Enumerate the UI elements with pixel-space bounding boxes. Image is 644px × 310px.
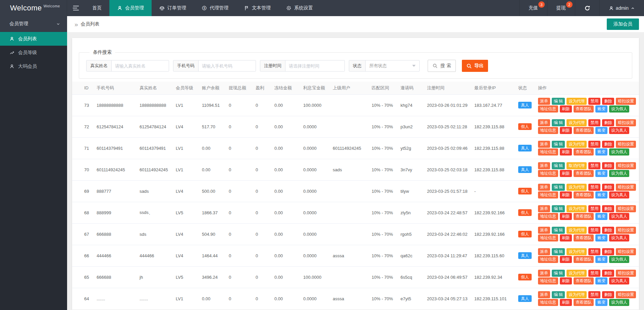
view-team-button[interactable]: 查看团队 bbox=[574, 277, 594, 284]
set-fake-button[interactable]: 设为假人 bbox=[609, 256, 629, 263]
view-team-button[interactable]: 查看团队 bbox=[574, 105, 594, 113]
refresh-row-button[interactable]: 刷新 bbox=[560, 277, 572, 284]
disable-button[interactable]: 禁用 bbox=[588, 270, 600, 277]
disable-button[interactable]: 禁用 bbox=[588, 141, 600, 148]
disable-button[interactable]: 禁用 bbox=[588, 162, 600, 169]
sidebar-item-damahuiyuan[interactable]: 大吗会员 bbox=[0, 59, 67, 73]
view-team-button[interactable]: 查看团队 bbox=[574, 191, 594, 198]
sidebar-toggle-icon[interactable] bbox=[67, 0, 85, 16]
address-info-button[interactable]: 地址信息 bbox=[538, 170, 558, 177]
edit-button[interactable]: 编 辑 bbox=[552, 227, 565, 234]
set-real-button[interactable]: 设为真人 bbox=[609, 277, 629, 284]
account-change-button[interactable]: 账变 bbox=[595, 148, 607, 156]
edit-button[interactable]: 编 辑 bbox=[552, 98, 565, 105]
dispatch-button[interactable]: 派单 bbox=[538, 248, 550, 255]
disable-button[interactable]: 禁用 bbox=[588, 184, 600, 191]
address-info-button[interactable]: 地址信息 bbox=[538, 277, 558, 284]
edit-button[interactable]: 编 辑 bbox=[552, 141, 565, 148]
set-fake-button[interactable]: 设为假人 bbox=[609, 148, 629, 156]
hidden-deduct-button[interactable]: 暗扣设置 bbox=[616, 184, 636, 191]
set-agent-button[interactable]: 设为代理 bbox=[567, 141, 587, 148]
set-agent-button[interactable]: 设为代理 bbox=[567, 227, 587, 234]
address-info-button[interactable]: 地址信息 bbox=[538, 299, 558, 306]
menu-item-settings[interactable]: 系统设置 bbox=[278, 0, 321, 16]
refresh-row-button[interactable]: 刷新 bbox=[560, 148, 572, 156]
cancel-agent-button[interactable]: 取消代理 bbox=[567, 162, 587, 169]
refresh-row-button[interactable]: 刷新 bbox=[560, 191, 572, 198]
hidden-deduct-button[interactable]: 暗扣设置 bbox=[616, 141, 636, 148]
disable-button[interactable]: 禁用 bbox=[588, 205, 600, 212]
dispatch-button[interactable]: 派单 bbox=[538, 291, 550, 298]
phone-input[interactable] bbox=[199, 60, 256, 71]
address-info-button[interactable]: 地址信息 bbox=[538, 234, 558, 241]
delete-button[interactable]: 删除 bbox=[602, 205, 614, 212]
reg-time-input[interactable] bbox=[285, 60, 344, 71]
set-fake-button[interactable]: 设为假人 bbox=[609, 299, 629, 306]
account-change-button[interactable]: 账变 bbox=[595, 277, 607, 284]
withdraw-link[interactable]: 提现 2 bbox=[547, 0, 575, 16]
refresh-row-button[interactable]: 刷新 bbox=[560, 234, 572, 241]
refresh-row-button[interactable]: 刷新 bbox=[560, 105, 572, 113]
refresh-button[interactable] bbox=[575, 0, 599, 16]
disable-button[interactable]: 禁用 bbox=[588, 291, 600, 298]
set-fake-button[interactable]: 设为假人 bbox=[609, 170, 629, 177]
sidebar-group-members[interactable]: 会员管理 bbox=[0, 16, 67, 32]
hidden-deduct-button[interactable]: 暗扣设置 bbox=[616, 162, 636, 169]
dispatch-button[interactable]: 派单 bbox=[538, 98, 550, 105]
account-change-button[interactable]: 账变 bbox=[595, 213, 607, 220]
disable-button[interactable]: 禁用 bbox=[588, 227, 600, 234]
delete-button[interactable]: 删除 bbox=[602, 184, 614, 191]
delete-button[interactable]: 删除 bbox=[602, 291, 614, 298]
view-team-button[interactable]: 查看团队 bbox=[574, 256, 594, 263]
set-real-button[interactable]: 设为真人 bbox=[609, 127, 629, 134]
hidden-deduct-button[interactable]: 暗扣设置 bbox=[616, 205, 636, 212]
set-agent-button[interactable]: 设为代理 bbox=[567, 248, 587, 255]
edit-button[interactable]: 编 辑 bbox=[552, 248, 565, 255]
dispatch-button[interactable]: 派单 bbox=[538, 141, 550, 148]
dispatch-button[interactable]: 派单 bbox=[538, 119, 550, 126]
edit-button[interactable]: 编 辑 bbox=[552, 270, 565, 277]
real-name-input[interactable] bbox=[112, 60, 169, 71]
refresh-row-button[interactable]: 刷新 bbox=[560, 127, 572, 134]
hidden-deduct-button[interactable]: 暗扣设置 bbox=[616, 270, 636, 277]
disable-button[interactable]: 禁用 bbox=[588, 98, 600, 105]
dispatch-button[interactable]: 派单 bbox=[538, 184, 550, 191]
menu-item-home[interactable]: 首页 bbox=[85, 0, 109, 16]
account-change-button[interactable]: 账变 bbox=[595, 105, 607, 113]
view-team-button[interactable]: 查看团队 bbox=[574, 170, 594, 177]
view-team-button[interactable]: 查看团队 bbox=[574, 213, 594, 220]
delete-button[interactable]: 删除 bbox=[602, 270, 614, 277]
edit-button[interactable]: 编 辑 bbox=[552, 162, 565, 169]
delete-button[interactable]: 删除 bbox=[602, 119, 614, 126]
account-change-button[interactable]: 账变 bbox=[595, 299, 607, 306]
address-info-button[interactable]: 地址信息 bbox=[538, 127, 558, 134]
edit-button[interactable]: 编 辑 bbox=[552, 291, 565, 298]
set-real-button[interactable]: 设为真人 bbox=[609, 234, 629, 241]
address-info-button[interactable]: 地址信息 bbox=[538, 105, 558, 113]
view-team-button[interactable]: 查看团队 bbox=[574, 234, 594, 241]
set-agent-button[interactable]: 设为代理 bbox=[567, 184, 587, 191]
account-change-button[interactable]: 账变 bbox=[595, 191, 607, 198]
delete-button[interactable]: 删除 bbox=[602, 141, 614, 148]
status-select[interactable]: 所有状态 bbox=[366, 60, 419, 71]
view-team-button[interactable]: 查看团队 bbox=[574, 299, 594, 306]
refresh-row-button[interactable]: 刷新 bbox=[560, 170, 572, 177]
set-agent-button[interactable]: 设为代理 bbox=[567, 291, 587, 298]
edit-button[interactable]: 编 辑 bbox=[552, 205, 565, 212]
sidebar-item-member-list[interactable]: 会员列表 bbox=[0, 32, 67, 46]
dispatch-button[interactable]: 派单 bbox=[538, 162, 550, 169]
address-info-button[interactable]: 地址信息 bbox=[538, 256, 558, 263]
add-member-button[interactable]: 添加会员 bbox=[607, 18, 639, 30]
edit-button[interactable]: 编 辑 bbox=[552, 119, 565, 126]
set-fake-button[interactable]: 设为假人 bbox=[609, 105, 629, 113]
refresh-row-button[interactable]: 刷新 bbox=[560, 256, 572, 263]
account-change-button[interactable]: 账变 bbox=[595, 170, 607, 177]
user-menu[interactable]: admin bbox=[599, 0, 644, 16]
view-team-button[interactable]: 查看团队 bbox=[574, 148, 594, 156]
disable-button[interactable]: 禁用 bbox=[588, 119, 600, 126]
set-agent-button[interactable]: 设为代理 bbox=[567, 119, 587, 126]
dispatch-button[interactable]: 派单 bbox=[538, 227, 550, 234]
set-agent-button[interactable]: 设为代理 bbox=[567, 270, 587, 277]
account-change-button[interactable]: 账变 bbox=[595, 256, 607, 263]
set-real-button[interactable]: 设为真人 bbox=[609, 213, 629, 220]
